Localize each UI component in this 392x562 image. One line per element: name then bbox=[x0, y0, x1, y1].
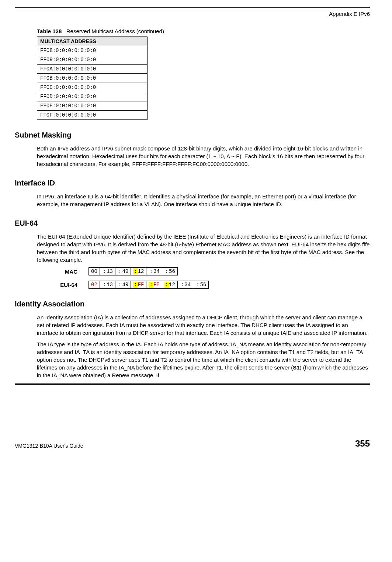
table-cell: FF09:0:0:0:0:0:0:0 bbox=[37, 55, 148, 65]
eui64-byte-inserted: :FF bbox=[131, 281, 146, 289]
table-cell: FF0E:0:0:0:0:0:0:0 bbox=[37, 101, 148, 111]
mac-byte: 00 bbox=[89, 267, 100, 275]
mac-row: MAC 00 :13 :49 :12 :34 :56 bbox=[37, 267, 370, 275]
table-row: FF0A:0:0:0:0:0:0:0 bbox=[37, 65, 148, 74]
footer-guide: VMG1312-B10A User's Guide bbox=[15, 443, 83, 449]
mac-byte: :13 bbox=[100, 267, 115, 275]
table-row: FF0C:0:0:0:0:0:0:0 bbox=[37, 83, 148, 92]
table-cell: FF0F:0:0:0:0:0:0:0 bbox=[37, 111, 148, 120]
table-cell: FF0A:0:0:0:0:0:0:0 bbox=[37, 65, 148, 74]
eui-example: MAC 00 :13 :49 :12 :34 :56 EUI-64 02 :13… bbox=[37, 267, 370, 289]
footer-page-number: 355 bbox=[355, 438, 370, 449]
eui64-label: EUI-64 bbox=[37, 282, 89, 288]
table-row: FF0D:0:0:0:0:0:0:0 bbox=[37, 92, 148, 101]
table-cell: FF0C:0:0:0:0:0:0:0 bbox=[37, 83, 148, 92]
table-title: Reserved Multicast Address (continued) bbox=[66, 28, 164, 34]
mac-byte: :12 bbox=[131, 267, 146, 275]
eui64-byte: :56 bbox=[193, 281, 209, 289]
eui64-byte: :13 bbox=[100, 281, 115, 289]
section-body: In IPv6, an interface ID is a 64-bit ide… bbox=[37, 192, 370, 208]
eui64-row: EUI-64 02 :13 :49 :FF :FE :12 :34 :56 bbox=[37, 281, 370, 289]
section-body: The EUI-64 (Extended Unique Identifier) … bbox=[37, 233, 370, 264]
eui64-byte: :49 bbox=[115, 281, 131, 289]
table-cell: FF0D:0:0:0:0:0:0:0 bbox=[37, 92, 148, 101]
page-footer: VMG1312-B10A User's Guide 355 bbox=[15, 436, 370, 449]
eui64-byte: :34 bbox=[178, 281, 193, 289]
table-caption: Table 128 Reserved Multicast Address (co… bbox=[37, 28, 370, 34]
table-header-cell: MULTICAST ADDRESS bbox=[37, 37, 148, 46]
mac-byte: :49 bbox=[115, 267, 131, 275]
section-heading-eui64: EUI-64 bbox=[15, 219, 370, 228]
eui64-byte: :12 bbox=[162, 281, 178, 289]
section-body: An Identity Association (IA) is a collec… bbox=[37, 313, 370, 337]
eui64-byte-inserted: :FE bbox=[146, 281, 162, 289]
table-number: Table 128 bbox=[37, 28, 62, 34]
table-row: FF0B:0:0:0:0:0:0:0 bbox=[37, 74, 148, 83]
mac-byte: :56 bbox=[162, 267, 178, 275]
eui64-byte: 02 bbox=[89, 281, 100, 289]
multicast-table: MULTICAST ADDRESS FF08:0:0:0:0:0:0:0 FF0… bbox=[37, 37, 148, 120]
section-body: Both an IPv6 address and IPv6 subnet mas… bbox=[37, 145, 370, 168]
section-heading-interface-id: Interface ID bbox=[15, 179, 370, 187]
bold-s1: S1 bbox=[293, 364, 299, 371]
table-row: FF0E:0:0:0:0:0:0:0 bbox=[37, 101, 148, 111]
section-body: The IA type is the type of address in th… bbox=[37, 340, 370, 379]
mac-byte: :34 bbox=[146, 267, 162, 275]
table-row: FF09:0:0:0:0:0:0:0 bbox=[37, 55, 148, 65]
section-heading-subnet-masking: Subnet Masking bbox=[15, 131, 370, 139]
mac-label: MAC bbox=[37, 268, 89, 275]
appendix-header: Appendix E IPv6 bbox=[15, 11, 370, 17]
table-row: FF0F:0:0:0:0:0:0:0 bbox=[37, 111, 148, 120]
table-cell: FF08:0:0:0:0:0:0:0 bbox=[37, 46, 148, 55]
section-heading-identity-association: Identity Association bbox=[15, 300, 370, 308]
table-cell: FF0B:0:0:0:0:0:0:0 bbox=[37, 74, 148, 83]
table-row: FF08:0:0:0:0:0:0:0 bbox=[37, 46, 148, 55]
